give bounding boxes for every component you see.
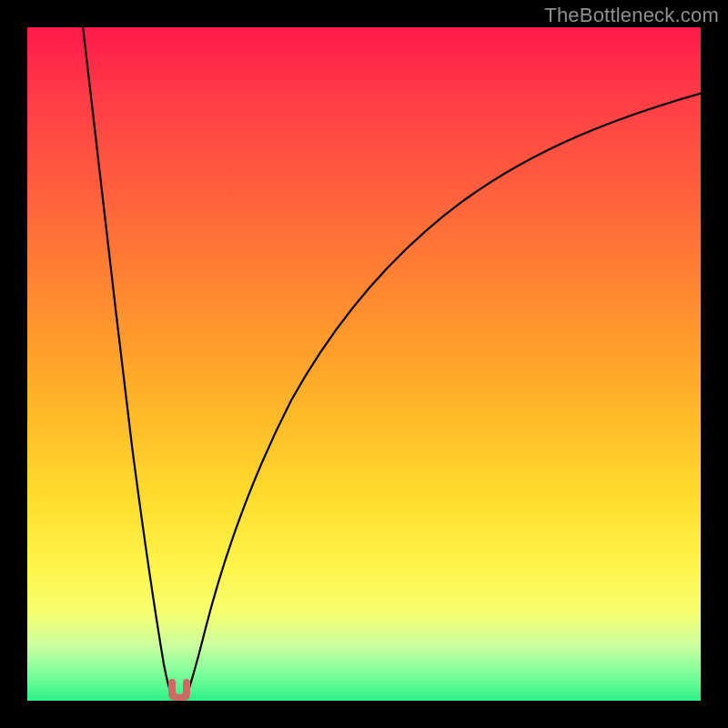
plot-area <box>27 27 701 701</box>
curve-right <box>187 93 701 693</box>
curve-left <box>82 27 171 693</box>
watermark-text: TheBottleneck.com <box>544 4 719 27</box>
curve-layer <box>27 27 701 701</box>
chart-frame: TheBottleneck.com <box>0 0 728 728</box>
nub-marker <box>168 679 190 701</box>
